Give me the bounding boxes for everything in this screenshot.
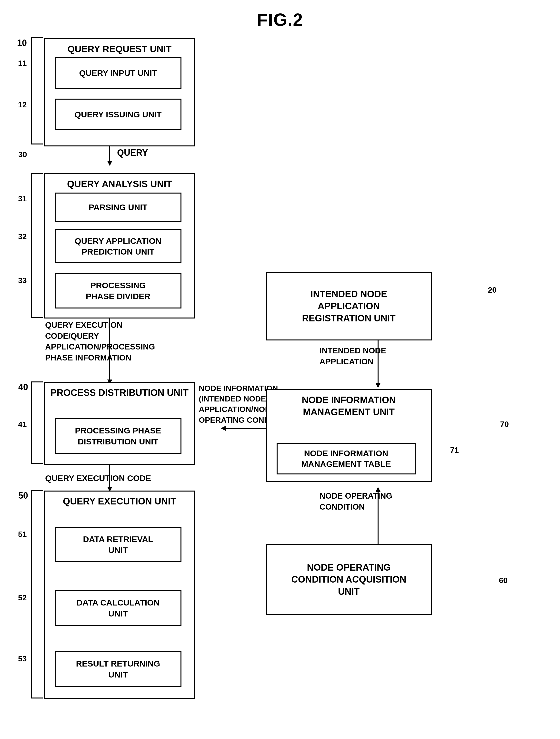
box-node-info-table: NODE INFORMATION MANAGEMENT TABLE	[276, 443, 416, 474]
label-40: 40	[18, 382, 28, 392]
box-query-request-unit: QUERY REQUEST UNIT 11 QUERY INPUT UNIT 1…	[44, 38, 195, 146]
box-node-info-mgmt: NODE INFORMATION MANAGEMENT UNIT 71 NODE…	[266, 389, 432, 482]
box-proc-phase-dist: PROCESSING PHASE DISTRIBUTION UNIT	[55, 418, 181, 454]
label-20: 20	[488, 286, 497, 295]
intended-node-app-annotation: INTENDED NODE APPLICATION	[320, 345, 386, 367]
page: FIG.2	[0, 0, 560, 739]
box-query-analysis-unit: QUERY ANALYSIS UNIT 31 PARSING UNIT 32 Q…	[44, 173, 195, 318]
query-exec-code-annotation2: QUERY EXECUTION CODE	[45, 473, 151, 483]
label-60: 60	[499, 576, 508, 585]
box-query-app-prediction: QUERY APPLICATION PREDICTION UNIT	[55, 229, 181, 263]
box-query-issuing-unit: QUERY ISSUING UNIT	[55, 99, 181, 130]
label-30: 30	[18, 150, 27, 159]
query-exec-label: QUERY EXECUTION UNIT	[45, 495, 194, 507]
query-request-unit-label: QUERY REQUEST UNIT	[45, 43, 194, 55]
label-33: 33	[18, 276, 27, 286]
box-result-returning: RESULT RETURNING UNIT	[55, 651, 181, 687]
box-query-execution-unit: QUERY EXECUTION UNIT 51 DATA RETRIEVAL U…	[44, 490, 195, 699]
box-node-op-cond-acq: NODE OPERATING CONDITION ACQUISITION UNI…	[266, 544, 432, 615]
svg-marker-17	[376, 383, 380, 388]
box-parsing-unit: PARSING UNIT	[55, 192, 181, 222]
query-annotation: QUERY	[117, 148, 148, 158]
box-intended-node-app-reg: INTENDED NODE APPLICATION REGISTRATION U…	[266, 272, 432, 340]
box-process-distribution-unit: PROCESS DISTRIBUTION UNIT 41 PROCESSING …	[44, 382, 195, 465]
label-51: 51	[18, 529, 27, 540]
label-71: 71	[450, 445, 459, 455]
label-10: 10	[17, 38, 27, 48]
box-query-input-unit: QUERY INPUT UNIT	[55, 57, 181, 89]
box-data-retrieval: DATA RETRIEVAL UNIT	[55, 527, 181, 562]
node-operating-cond-annotation: NODE OPERATING CONDITION	[320, 490, 392, 512]
label-31: 31	[18, 194, 27, 204]
label-12: 12	[18, 100, 27, 110]
query-exec-code-annotation: QUERY EXECUTION CODE/QUERY APPLICATION/P…	[45, 320, 167, 363]
label-50: 50	[18, 490, 28, 501]
label-53: 53	[18, 654, 27, 664]
label-11: 11	[18, 58, 27, 68]
figure-title: FIG.2	[257, 10, 303, 30]
label-70: 70	[500, 420, 509, 429]
node-info-mgmt-label: NODE INFORMATION MANAGEMENT UNIT	[267, 394, 431, 418]
svg-marker-19	[221, 426, 226, 431]
label-41: 41	[18, 420, 27, 430]
label-52: 52	[18, 593, 27, 603]
svg-marker-3	[107, 161, 112, 166]
process-dist-label: PROCESS DISTRIBUTION UNIT	[45, 387, 194, 399]
box-data-calculation: DATA CALCULATION UNIT	[55, 590, 181, 626]
box-processing-phase-divider: PROCESSING PHASE DIVIDER	[55, 273, 181, 308]
query-analysis-label: QUERY ANALYSIS UNIT	[45, 178, 194, 190]
label-32: 32	[18, 232, 27, 242]
